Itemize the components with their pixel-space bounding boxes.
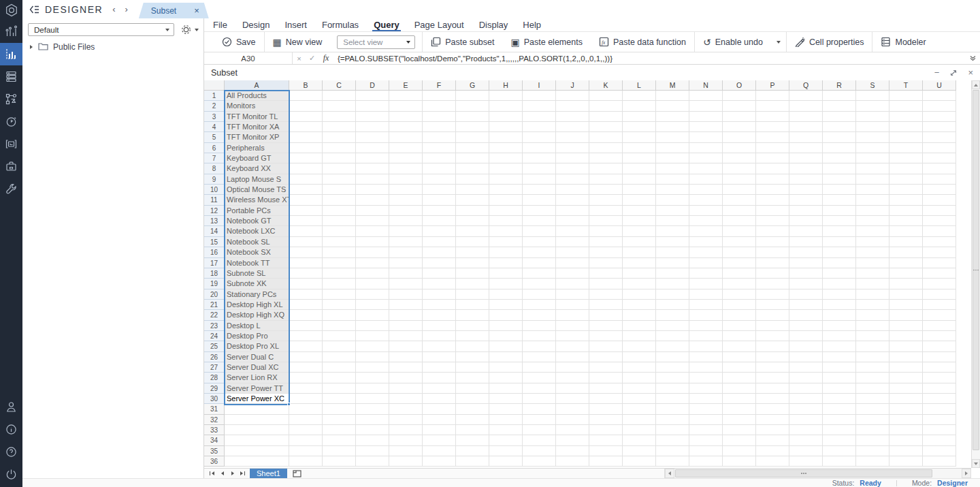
cell-Q8[interactable] [789,163,823,174]
cell-M7[interactable] [656,153,689,163]
cell-B14[interactable] [289,226,323,236]
cell-I25[interactable] [523,341,556,351]
cell-L36[interactable] [623,456,656,467]
cell-S3[interactable] [856,112,889,122]
cell-J20[interactable] [556,289,589,300]
cell-H25[interactable] [489,341,523,351]
cell-M22[interactable] [656,310,689,320]
cell-I22[interactable] [523,310,556,320]
cell-A8[interactable]: Keyboard XX [225,163,289,174]
cell-B36[interactable] [289,456,323,467]
cell-P6[interactable] [756,143,789,153]
cell-I7[interactable] [523,153,556,163]
column-header-C[interactable]: C [323,80,356,91]
cell-B18[interactable] [289,268,323,279]
row-header-26[interactable]: 26 [204,352,225,362]
cell-J29[interactable] [556,383,589,394]
cell-E32[interactable] [389,415,423,425]
cell-C9[interactable] [323,174,356,185]
cell-D7[interactable] [356,153,389,163]
cell-N2[interactable] [689,101,723,111]
cell-O9[interactable] [723,174,756,185]
cell-O12[interactable] [723,206,756,216]
cell-R7[interactable] [823,153,856,163]
cell-G4[interactable] [456,122,489,132]
cell-D4[interactable] [356,122,389,132]
cell-F19[interactable] [423,279,456,289]
row-header-3[interactable]: 3 [204,112,225,122]
cell-B1[interactable] [289,91,323,101]
cell-M15[interactable] [656,237,689,247]
cell-G6[interactable] [456,143,489,153]
cell-G5[interactable] [456,132,489,142]
cell-D22[interactable] [356,310,389,320]
cell-G15[interactable] [456,237,489,247]
cell-R27[interactable] [823,362,856,373]
menu-item-design[interactable]: Design [235,18,277,31]
cell-K6[interactable] [589,143,623,153]
cell-J19[interactable] [556,279,589,289]
row-header-8[interactable]: 8 [204,163,225,174]
cell-O28[interactable] [723,373,756,383]
cell-M27[interactable] [656,362,689,373]
cell-P16[interactable] [756,247,789,257]
cell-R11[interactable] [823,195,856,205]
select-all-corner[interactable] [204,80,225,91]
cell-A4[interactable]: TFT Monitor XA [225,122,289,132]
cell-Q17[interactable] [789,258,823,268]
cell-D30[interactable] [356,394,389,404]
cell-Q4[interactable] [789,122,823,132]
cell-T1[interactable] [889,91,923,101]
cell-H15[interactable] [489,237,523,247]
cell-O19[interactable] [723,279,756,289]
cell-U6[interactable] [923,143,956,153]
cell-S25[interactable] [856,341,889,351]
cell-C32[interactable] [323,415,356,425]
cell-K18[interactable] [589,268,623,279]
cell-O8[interactable] [723,163,756,174]
cell-B29[interactable] [289,383,323,394]
cell-J27[interactable] [556,362,589,373]
cell-G29[interactable] [456,383,489,394]
cell-Q9[interactable] [789,174,823,185]
cell-J23[interactable] [556,321,589,331]
column-header-E[interactable]: E [389,80,423,91]
cell-D12[interactable] [356,206,389,216]
cell-F13[interactable] [423,216,456,226]
cell-I26[interactable] [523,352,556,362]
cell-M35[interactable] [656,446,689,456]
cell-R25[interactable] [823,341,856,351]
cell-T2[interactable] [889,101,923,111]
cell-O1[interactable] [723,91,756,101]
vertical-scroll-thumb[interactable] [973,90,979,450]
cell-A12[interactable]: Portable PCs [225,206,289,216]
column-header-S[interactable]: S [856,80,889,91]
cell-H16[interactable] [489,247,523,257]
cell-J14[interactable] [556,226,589,236]
cell-F21[interactable] [423,300,456,310]
cell-Q3[interactable] [789,112,823,122]
cell-T29[interactable] [889,383,923,394]
row-header-22[interactable]: 22 [204,310,225,320]
cell-I14[interactable] [523,226,556,236]
cell-R31[interactable] [823,404,856,414]
cell-F33[interactable] [423,425,456,435]
row-header-28[interactable]: 28 [204,373,225,383]
cell-I9[interactable] [523,174,556,185]
cell-M9[interactable] [656,174,689,185]
expand-formula-bar-icon[interactable] [966,55,980,61]
cell-C31[interactable] [323,404,356,414]
cell-B5[interactable] [289,132,323,142]
cell-O2[interactable] [723,101,756,111]
cell-N13[interactable] [689,216,723,226]
cell-N5[interactable] [689,132,723,142]
cell-E4[interactable] [389,122,423,132]
cell-P31[interactable] [756,404,789,414]
cell-H30[interactable] [489,394,523,404]
cell-M17[interactable] [656,258,689,268]
cell-R9[interactable] [823,174,856,185]
cell-M34[interactable] [656,435,689,445]
cell-F9[interactable] [423,174,456,185]
cell-T25[interactable] [889,341,923,351]
cell-N34[interactable] [689,435,723,445]
